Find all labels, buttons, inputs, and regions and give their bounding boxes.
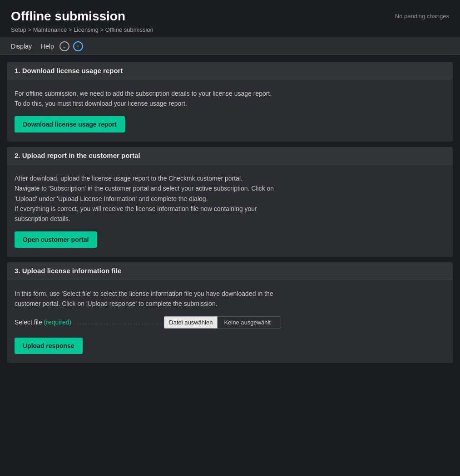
- section-download: 1. Download license usage report For off…: [7, 62, 453, 142]
- section-upload-file-body: In this form, use 'Select file' to selec…: [7, 280, 453, 363]
- file-label: Select file (required): [15, 319, 71, 326]
- file-upload-row: Select file (required) .................…: [15, 316, 445, 329]
- download-license-report-button[interactable]: Download license usage report: [15, 116, 125, 132]
- page-title: Offline submission: [11, 9, 153, 24]
- file-no-selected-label: Keine ausgewählt: [218, 316, 281, 329]
- section-upload-file-heading: 3. Upload license information file: [7, 262, 453, 280]
- chevron-circle-icon: ⌄: [59, 41, 69, 51]
- status-badge: No pending changes: [395, 9, 449, 20]
- section-upload-portal-body: After download, upload the license usage…: [7, 164, 453, 257]
- display-menu-button[interactable]: Display: [7, 41, 35, 52]
- file-choose-button[interactable]: Datei auswählen: [164, 316, 218, 329]
- file-required-indicator: (required): [44, 319, 72, 326]
- section-upload-file-description: In this form, use 'Select file' to selec…: [15, 289, 445, 309]
- help-menu-button[interactable]: Help: [37, 41, 58, 52]
- file-dots: .................................: [77, 319, 158, 326]
- upload-response-button[interactable]: Upload response: [15, 338, 83, 354]
- section-upload-file: 3. Upload license information file In th…: [7, 262, 453, 363]
- section-download-body: For offline submission, we need to add t…: [7, 79, 453, 142]
- chevron-down-icon[interactable]: ⌄: [59, 41, 69, 51]
- file-label-text: Select file: [15, 319, 42, 326]
- section-upload-portal-heading: 2. Upload report in the customer portal: [7, 147, 453, 164]
- toolbar: Display Help ⌄ ↑: [0, 38, 460, 55]
- content-area: 1. Download license usage report For off…: [0, 55, 460, 370]
- section-upload-portal-description: After download, upload the license usage…: [15, 173, 445, 224]
- upload-icon[interactable]: ↑: [73, 41, 83, 51]
- header: Offline submission Setup > Maintenance >…: [0, 0, 460, 38]
- breadcrumb: Setup > Maintenance > Licensing > Offlin…: [11, 26, 153, 33]
- upload-circle-icon: ↑: [73, 41, 83, 51]
- file-input-area: Datei auswählen Keine ausgewählt: [164, 316, 281, 329]
- open-customer-portal-button[interactable]: Open customer portal: [15, 231, 97, 248]
- section-download-description: For offline submission, we need to add t…: [15, 88, 445, 109]
- section-download-heading: 1. Download license usage report: [7, 62, 453, 79]
- section-upload-portal: 2. Upload report in the customer portal …: [7, 147, 453, 257]
